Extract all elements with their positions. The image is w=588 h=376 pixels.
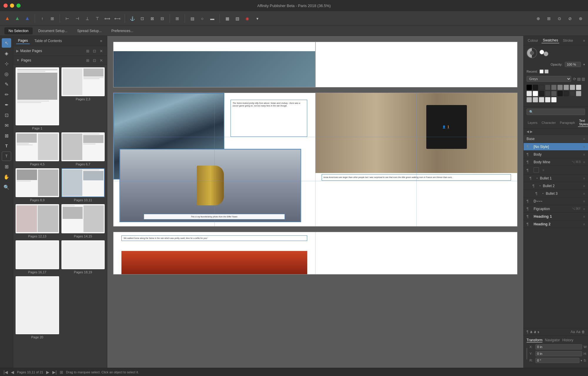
greys-fill-btn[interactable]: ▤ [577,77,581,81]
next-page-btn[interactable]: ▶ [46,370,49,375]
table-tool[interactable]: ⊞ [2,162,11,171]
minimize-button[interactable] [10,4,14,8]
swatches-tab[interactable]: Swatches [542,38,559,43]
hand-tool[interactable]: ✋ [2,172,11,182]
studio-btn[interactable]: ⊙ [555,14,564,23]
delete-style-btn[interactable]: 🗑 [582,330,585,334]
pages-tab[interactable]: Pages [16,38,30,44]
ts-nostyle-menu[interactable]: ≡ [583,145,585,149]
add-page-btn[interactable]: ⊞ [85,48,91,54]
swatch-2[interactable] [539,85,544,90]
ts-bullet1[interactable]: ¶ • Bullet 1 ≡ [524,174,588,182]
spread-view-btn[interactable]: ⊞ [48,14,57,23]
swatch-r2-2[interactable] [564,91,569,96]
swatch-r2-5[interactable] [527,97,532,102]
swatch-12[interactable] [551,91,557,96]
page-item-20[interactable]: Page 20 [16,276,59,339]
align-top-btn[interactable]: ⊤ [93,14,102,23]
swatch-r2-1[interactable] [557,91,563,96]
color-wheel[interactable] [527,48,537,58]
navigator-tab[interactable]: Navigator [545,338,560,342]
align-right-btn[interactable]: ⊥ [83,14,92,23]
page-item-1415[interactable]: Pages 14,15 [61,204,105,238]
align-center-btn[interactable]: ⊣ [73,14,82,23]
swatch-r2-8[interactable] [545,97,550,102]
swatch-r2-6[interactable] [533,97,538,102]
add-col-btn[interactable]: ⊕ [534,14,543,23]
ts-figcaption[interactable]: ¶ Figcaption ⌥⌘F ≡ [524,205,588,213]
swatch-4[interactable] [551,85,557,90]
swatch-11[interactable] [545,91,550,96]
swatch-3[interactable] [545,85,550,90]
page-item-67[interactable]: Pages 6,7 [61,132,105,166]
x-input[interactable] [535,344,582,350]
zoom-view-tool[interactable]: 🔍 [2,182,11,192]
table-btn[interactable]: ⊞ [173,14,182,23]
swatch-r2-3[interactable] [570,91,575,96]
transform-tool[interactable]: ⊠ [2,131,11,140]
swatch-1[interactable] [533,85,538,90]
aa-btn[interactable]: Aa [571,330,575,334]
eyedropper-tool[interactable]: ✒ [2,100,11,109]
add-page-status-btn[interactable]: ⊞ [60,370,63,375]
greys-sync-btn[interactable]: ⟳ [573,77,576,81]
ts-figcap-menu[interactable]: ≡ [583,207,585,211]
y-input[interactable] [535,351,582,356]
last-page-btn[interactable]: ▶| [52,370,57,375]
paragraph-tab[interactable]: Paragraph [559,120,576,125]
link-btn[interactable]: ⊟ [158,14,167,23]
style-search-input[interactable] [527,109,585,115]
swatch-white[interactable] [533,91,538,96]
ts-b3-menu[interactable]: ≡ [583,192,585,195]
tab-preferences[interactable]: Preferences... [107,27,138,34]
page-item-1011[interactable]: Pages 10,11 [61,168,105,202]
character-tab[interactable]: Character [540,120,557,125]
distribute-v-btn[interactable]: ⟻ [113,14,122,23]
page-item-45[interactable]: Pages 4,5 [16,132,59,166]
distribute-btn[interactable]: ⟺ [103,14,112,23]
tab-document-setup[interactable]: Document Setup... [34,27,71,34]
mail-tool[interactable]: ✉ [2,121,11,130]
history-tab[interactable]: History [562,338,573,342]
ts-swatch-menu[interactable]: ≡ [542,168,544,172]
select-tool[interactable]: ↖ [2,38,11,48]
ts-h2-menu[interactable]: ≡ [583,222,585,226]
char-a-icon[interactable]: a [530,330,532,334]
anchor-btn[interactable]: ⚓ [128,14,137,23]
ts-fwd-btn[interactable]: ▶ [530,130,532,134]
canvas-area[interactable]: The Seine looked pretty nifty from above… [107,36,523,368]
panel-menu-btn[interactable]: ≡ [98,38,104,44]
ts-no-style[interactable]: ¶ [No Style] ≡ [524,143,588,151]
stroke-tab[interactable]: Stroke [562,38,574,43]
page-item-1213[interactable]: Pages 12,13 [16,204,59,238]
swatch-r2-7[interactable] [539,97,544,102]
char-sup-icon[interactable]: s [538,330,539,334]
ts-bullet2[interactable]: ¶ • Bullet 2 ≡ [524,182,588,190]
swatch-6[interactable] [564,85,569,90]
close-button[interactable] [4,4,8,8]
char-italic-icon[interactable]: a [534,330,536,334]
toc-tab[interactable]: Table of Contents [33,38,64,44]
normal-view-btn[interactable]: ▦ [223,14,232,23]
ts-body[interactable]: ¶ Body ≡ [524,151,588,158]
ts-body-menu[interactable]: ≡ [583,153,585,156]
duplicate-page-btn[interactable]: ⊡ [91,48,97,54]
swatch-r2-9[interactable] [551,97,557,102]
align-left-btn[interactable]: ⊢ [63,14,72,23]
tab-no-selection[interactable]: No Selection [4,27,33,34]
recent-swatch-2[interactable] [544,69,549,74]
zoom-in-btn[interactable]: ↑ [38,14,47,23]
ts-body-mine[interactable]: ¶ Body Mine ⌥⌘B ≡ [524,158,588,166]
colour-tab[interactable]: Colour [527,38,539,43]
master-pages-row[interactable]: ▶ Master Pages ⊞ ⊡ ✕ [13,46,107,56]
ts-b2-menu[interactable]: ≡ [583,184,585,188]
duplicate-spread-btn[interactable]: ⊡ [91,57,97,63]
opacity-dropdown[interactable]: ▾ [583,63,585,66]
ts-h1-menu[interactable]: ≡ [583,215,585,218]
recent-swatch-1[interactable] [539,69,544,74]
view-dropdown-btn[interactable]: ▾ [253,14,262,23]
node-tool[interactable]: ◈ [2,49,11,58]
delete-spread-btn[interactable]: ✕ [98,57,104,63]
bg-color-dot[interactable] [544,51,548,56]
frame-btn[interactable]: ▤ [188,14,197,23]
